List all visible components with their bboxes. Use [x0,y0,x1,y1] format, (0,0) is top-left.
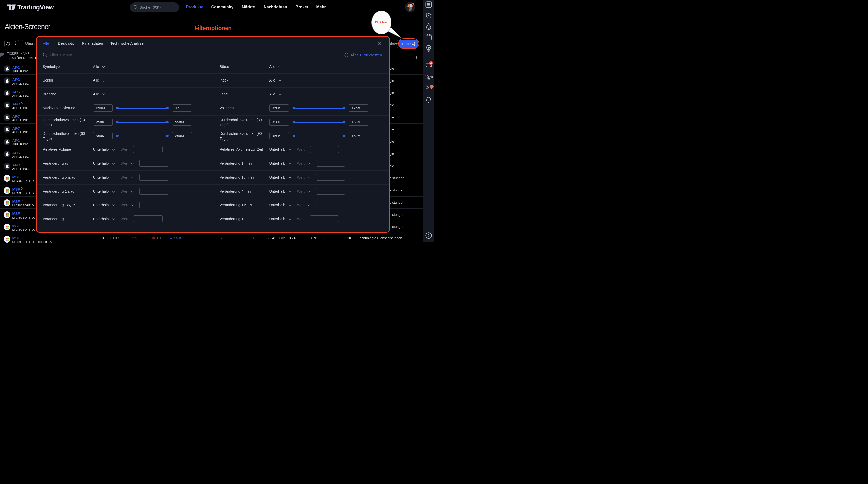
svg-text:?: ? [428,233,430,237]
